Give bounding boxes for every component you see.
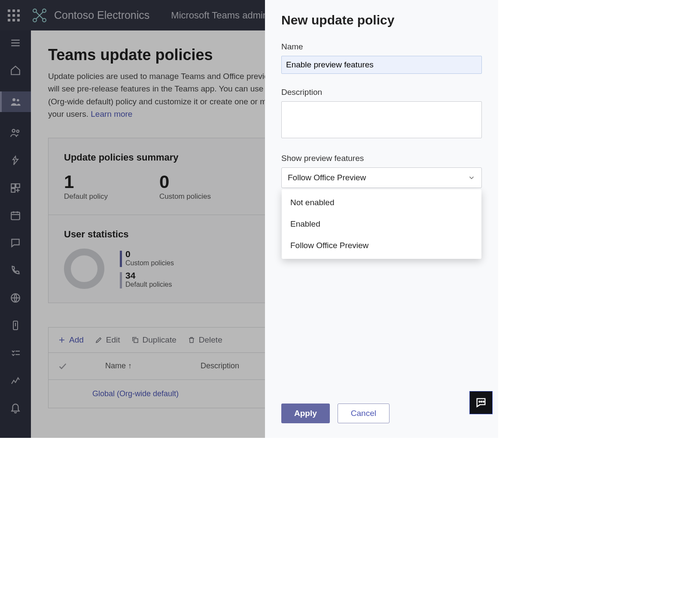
name-label: Name bbox=[281, 42, 482, 52]
brand-text: Contoso Electronics bbox=[54, 9, 149, 21]
nav-teams-icon[interactable] bbox=[0, 91, 31, 112]
cancel-button[interactable]: Cancel bbox=[338, 404, 390, 423]
default-policy-label: Default policy bbox=[64, 192, 108, 201]
description-label: Description bbox=[281, 88, 482, 97]
svg-point-10 bbox=[17, 130, 19, 132]
preview-label: Show preview features bbox=[281, 154, 482, 163]
nav-hamburger-icon[interactable] bbox=[9, 36, 22, 49]
new-policy-panel: New update policy Name Description Show … bbox=[265, 0, 498, 438]
brand: Contoso Electronics bbox=[31, 7, 149, 24]
description-input[interactable] bbox=[281, 101, 482, 138]
preview-selected-value: Follow Office Preview bbox=[288, 173, 366, 182]
select-all-icon[interactable] bbox=[58, 361, 67, 371]
nav-planning-icon[interactable] bbox=[9, 346, 22, 359]
learn-more-link[interactable]: Learn more bbox=[91, 109, 132, 118]
svg-rect-12 bbox=[16, 184, 20, 188]
nav-apps-icon[interactable] bbox=[9, 182, 22, 194]
nav-notifications-icon[interactable] bbox=[9, 401, 22, 414]
svg-rect-14 bbox=[11, 212, 20, 219]
default-policy-count: 1 bbox=[64, 172, 108, 192]
kpi-custom-value: 0 bbox=[125, 249, 174, 259]
feedback-button[interactable] bbox=[470, 391, 492, 414]
preview-dropdown: Not enabled Enabled Follow Office Previe… bbox=[282, 189, 481, 259]
custom-policy-label: Custom policies bbox=[159, 192, 211, 201]
svg-point-28 bbox=[483, 401, 484, 402]
apply-button[interactable]: Apply bbox=[281, 404, 330, 423]
col-description[interactable]: Description bbox=[201, 361, 239, 370]
duplicate-button[interactable]: Duplicate bbox=[131, 335, 177, 345]
option-not-enabled[interactable]: Not enabled bbox=[282, 192, 481, 213]
svg-point-1 bbox=[43, 9, 46, 12]
svg-point-27 bbox=[481, 401, 482, 402]
nav-voice-icon[interactable] bbox=[9, 264, 22, 277]
donut-chart-icon bbox=[64, 249, 104, 289]
svg-rect-25 bbox=[134, 339, 138, 343]
preview-select[interactable]: Follow Office Preview Not enabled Enable… bbox=[281, 167, 482, 188]
edit-button[interactable]: Edit bbox=[95, 335, 120, 345]
nav-messaging-icon[interactable] bbox=[9, 237, 22, 249]
app-launcher-icon[interactable] bbox=[8, 9, 20, 21]
policy-name-link[interactable]: Global (Org-wide default) bbox=[92, 389, 179, 398]
left-nav bbox=[0, 30, 31, 438]
svg-point-2 bbox=[33, 18, 37, 22]
brand-logo-icon bbox=[31, 7, 48, 24]
nav-devices-icon[interactable] bbox=[9, 154, 22, 167]
nav-locations-icon[interactable] bbox=[9, 291, 22, 304]
panel-title: New update policy bbox=[281, 13, 482, 27]
add-button[interactable]: Add bbox=[58, 335, 84, 345]
svg-point-7 bbox=[12, 98, 15, 101]
kpi-default-value: 34 bbox=[125, 270, 172, 281]
col-name[interactable]: Name ↑ bbox=[105, 361, 132, 370]
nav-users-icon[interactable] bbox=[9, 127, 22, 140]
svg-point-26 bbox=[479, 401, 480, 402]
delete-button[interactable]: Delete bbox=[188, 335, 222, 345]
custom-policy-count: 0 bbox=[159, 172, 211, 192]
nav-analytics-icon[interactable] bbox=[9, 374, 22, 387]
option-enabled[interactable]: Enabled bbox=[282, 213, 481, 235]
chevron-down-icon bbox=[468, 174, 475, 182]
option-follow-office[interactable]: Follow Office Preview bbox=[282, 235, 481, 256]
svg-point-3 bbox=[43, 18, 46, 22]
nav-calendar-icon[interactable] bbox=[9, 209, 22, 222]
feedback-icon bbox=[475, 397, 487, 409]
svg-rect-13 bbox=[11, 188, 15, 192]
svg-point-9 bbox=[12, 129, 15, 132]
svg-rect-11 bbox=[11, 184, 15, 188]
name-input[interactable] bbox=[281, 56, 482, 74]
nav-policy-icon[interactable] bbox=[9, 319, 22, 332]
svg-point-8 bbox=[17, 99, 19, 102]
svg-point-0 bbox=[33, 9, 37, 12]
nav-home-icon[interactable] bbox=[9, 64, 22, 77]
